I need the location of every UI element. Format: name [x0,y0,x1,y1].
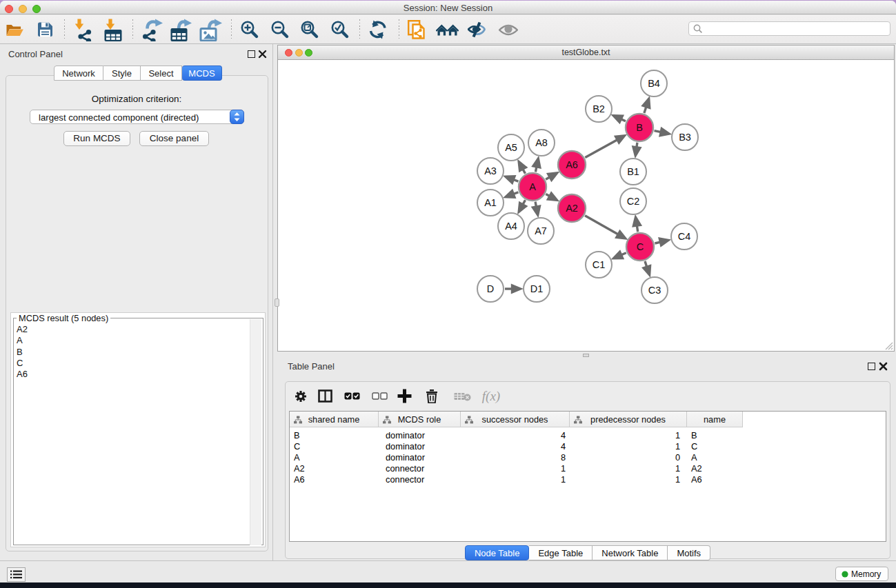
svg-text:B2: B2 [593,103,605,114]
svg-text:A1: A1 [484,197,497,208]
svg-text:A3: A3 [484,165,497,176]
svg-text:B3: B3 [679,132,691,143]
svg-text:A2: A2 [566,203,578,214]
svg-text:C4: C4 [678,231,691,242]
svg-text:C: C [637,241,644,252]
svg-text:C3: C3 [648,285,661,296]
svg-text:B4: B4 [648,78,660,89]
svg-text:C1: C1 [593,259,606,270]
svg-text:B: B [636,122,643,133]
svg-text:A: A [529,181,536,192]
svg-text:A7: A7 [535,225,547,236]
svg-text:A6: A6 [566,159,578,170]
svg-text:A4: A4 [505,221,517,232]
svg-text:B1: B1 [627,166,639,177]
svg-text:D1: D1 [530,283,544,294]
svg-text:C2: C2 [627,196,640,207]
svg-text:D: D [487,283,494,294]
svg-text:A8: A8 [535,137,548,148]
svg-text:A5: A5 [505,142,517,153]
